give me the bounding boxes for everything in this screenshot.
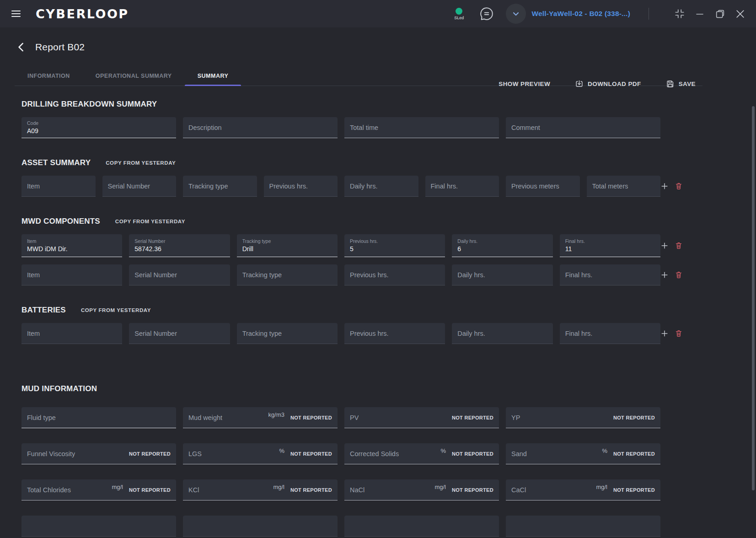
kcl-field[interactable]: KCl mg/l NOT REPORTED bbox=[183, 479, 338, 500]
final-hrs-field[interactable]: Final hrs. bbox=[425, 176, 499, 197]
field-placeholder: PV bbox=[350, 414, 359, 421]
field-placeholder: Previous hrs. bbox=[269, 183, 308, 190]
sand-field[interactable]: Sand % NOT REPORTED bbox=[506, 443, 660, 464]
maximize-restore-icon[interactable] bbox=[712, 6, 728, 22]
serial-number-field[interactable]: Serial Number bbox=[102, 176, 177, 197]
add-row-button[interactable] bbox=[659, 270, 670, 280]
previous-hrs-field[interactable]: Previous hrs. bbox=[264, 176, 338, 197]
tab-information[interactable]: INFORMATION bbox=[15, 66, 83, 86]
daily-hrs-field[interactable]: Daily hrs. bbox=[452, 264, 552, 285]
close-icon[interactable] bbox=[732, 6, 748, 22]
connection-status[interactable]: SLed bbox=[454, 8, 464, 20]
mud-field[interactable] bbox=[183, 516, 338, 537]
field-unit: kg/m3 bbox=[268, 411, 284, 418]
section-title: ASSET SUMMARY bbox=[21, 158, 91, 167]
delete-row-button[interactable] bbox=[674, 328, 684, 339]
total-time-field[interactable]: Total time bbox=[344, 117, 499, 138]
item-field[interactable]: Item MWD iDM Dir. bbox=[21, 234, 122, 257]
item-field[interactable]: Item bbox=[21, 323, 122, 344]
yp-field[interactable]: YP NOT REPORTED bbox=[506, 407, 660, 428]
trash-icon bbox=[675, 182, 683, 190]
daily-hrs-field[interactable]: Daily hrs. bbox=[344, 176, 418, 197]
pv-field[interactable]: PV NOT REPORTED bbox=[344, 407, 499, 428]
previous-hrs-field[interactable]: Previous hrs. bbox=[344, 264, 445, 285]
final-hrs-field[interactable]: Final hrs. bbox=[560, 264, 660, 285]
field-placeholder: Previous meters bbox=[511, 183, 559, 190]
chat-icon[interactable] bbox=[477, 5, 496, 23]
save-label: SAVE bbox=[679, 81, 696, 87]
scrollbar[interactable] bbox=[752, 96, 756, 538]
not-reported-badge: NOT REPORTED bbox=[613, 451, 655, 457]
total-meters-field[interactable]: Total meters bbox=[587, 176, 661, 197]
corrected-solids-field[interactable]: Corrected Solids % NOT REPORTED bbox=[344, 443, 499, 464]
serial-number-field[interactable]: Serial Number bbox=[129, 264, 230, 285]
total-chlorides-field[interactable]: Total Chlorides mg/l NOT REPORTED bbox=[21, 479, 176, 500]
section-drilling-breakdown: DRILLING BREAKDOWN SUMMARY Code A09 Desc… bbox=[21, 100, 660, 138]
fluid-type-field[interactable]: Fluid type bbox=[21, 407, 176, 428]
not-reported-badge: NOT REPORTED bbox=[452, 451, 493, 457]
field-placeholder: LGS bbox=[188, 450, 202, 457]
mud-field[interactable] bbox=[344, 516, 499, 537]
well-selector-label: Well-YaWell-02 - B02 (338-...) bbox=[531, 10, 630, 18]
delete-row-button[interactable] bbox=[674, 241, 684, 251]
daily-hrs-field[interactable]: Daily hrs. bbox=[452, 323, 552, 344]
delete-row-button[interactable] bbox=[674, 181, 684, 191]
mud-field[interactable] bbox=[506, 516, 660, 537]
tracking-type-field[interactable]: Tracking type Drill bbox=[237, 234, 338, 257]
add-row-button[interactable] bbox=[659, 328, 670, 339]
mud-weight-field[interactable]: Mud weight kg/m3 NOT REPORTED bbox=[183, 407, 338, 428]
field-placeholder: Serial Number bbox=[134, 271, 177, 279]
item-field[interactable]: Item bbox=[21, 264, 122, 285]
field-value: 6 bbox=[457, 245, 547, 253]
tracking-type-field[interactable]: Tracking type bbox=[237, 323, 338, 344]
tracking-type-field[interactable]: Tracking type bbox=[183, 176, 257, 197]
field-unit: mg/l bbox=[273, 484, 284, 490]
final-hrs-field[interactable]: Final hrs. 11 bbox=[560, 234, 660, 257]
scrollbar-thumb[interactable] bbox=[752, 106, 755, 490]
not-reported-badge: NOT REPORTED bbox=[613, 415, 655, 420]
show-preview-button[interactable]: SHOW PREVIEW bbox=[499, 80, 550, 88]
field-placeholder: Description bbox=[188, 124, 222, 131]
tracking-type-field[interactable]: Tracking type bbox=[237, 264, 338, 285]
not-reported-badge: NOT REPORTED bbox=[290, 487, 332, 493]
copy-from-yesterday-button[interactable]: COPY FROM YESTERDAY bbox=[106, 158, 176, 167]
well-selector[interactable]: Well-YaWell-02 - B02 (338-...) bbox=[506, 4, 630, 24]
serial-number-field[interactable]: Serial Number 58742.36 bbox=[129, 234, 230, 257]
tab-operational-summary[interactable]: OPERATIONAL SUMMARY bbox=[83, 66, 185, 86]
item-field[interactable]: Item bbox=[21, 176, 96, 197]
funnel-viscosity-field[interactable]: Funnel Viscosity NOT REPORTED bbox=[21, 443, 176, 464]
back-button[interactable] bbox=[14, 39, 29, 55]
previous-meters-field[interactable]: Previous meters bbox=[506, 176, 580, 197]
serial-number-field[interactable]: Serial Number bbox=[129, 323, 230, 344]
description-field[interactable]: Description bbox=[183, 117, 338, 138]
previous-hrs-field[interactable]: Previous hrs. 5 bbox=[344, 234, 445, 257]
field-value: 5 bbox=[350, 245, 440, 253]
previous-hrs-field[interactable]: Previous hrs. bbox=[344, 323, 445, 344]
nacl-field[interactable]: NaCl mg/l NOT REPORTED bbox=[344, 479, 499, 500]
page-title: Report B02 bbox=[35, 42, 85, 53]
minimize-icon[interactable] bbox=[692, 6, 708, 22]
field-unit: % bbox=[602, 447, 607, 454]
copy-from-yesterday-button[interactable]: COPY FROM YESTERDAY bbox=[115, 217, 185, 226]
code-field[interactable]: Code A09 bbox=[21, 117, 176, 138]
mud-field[interactable] bbox=[21, 516, 176, 537]
copy-from-yesterday-button[interactable]: COPY FROM YESTERDAY bbox=[81, 306, 151, 315]
delete-row-button[interactable] bbox=[674, 270, 684, 280]
download-pdf-button[interactable]: DOWNLOAD PDF bbox=[575, 80, 641, 88]
batteries-row: Item Serial Number Tracking type Previou… bbox=[21, 323, 660, 344]
final-hrs-field[interactable]: Final hrs. bbox=[560, 323, 660, 344]
cacl-field[interactable]: CaCl mg/l NOT REPORTED bbox=[506, 479, 660, 500]
save-button[interactable]: SAVE bbox=[666, 80, 696, 88]
exit-fullscreen-icon[interactable] bbox=[672, 6, 687, 22]
field-label: Tracking type bbox=[242, 238, 332, 244]
add-row-button[interactable] bbox=[659, 181, 670, 191]
field-placeholder: Daily hrs. bbox=[350, 183, 377, 190]
add-row-button[interactable] bbox=[659, 241, 670, 251]
lgs-field[interactable]: LGS % NOT REPORTED bbox=[183, 443, 338, 464]
field-placeholder: Tracking type bbox=[242, 330, 282, 337]
tab-summary[interactable]: SUMMARY bbox=[185, 66, 241, 86]
hamburger-menu-icon[interactable] bbox=[8, 6, 24, 22]
field-placeholder: YP bbox=[511, 414, 520, 421]
daily-hrs-field[interactable]: Daily hrs. 6 bbox=[452, 234, 552, 257]
comment-field[interactable]: Comment bbox=[506, 117, 660, 138]
